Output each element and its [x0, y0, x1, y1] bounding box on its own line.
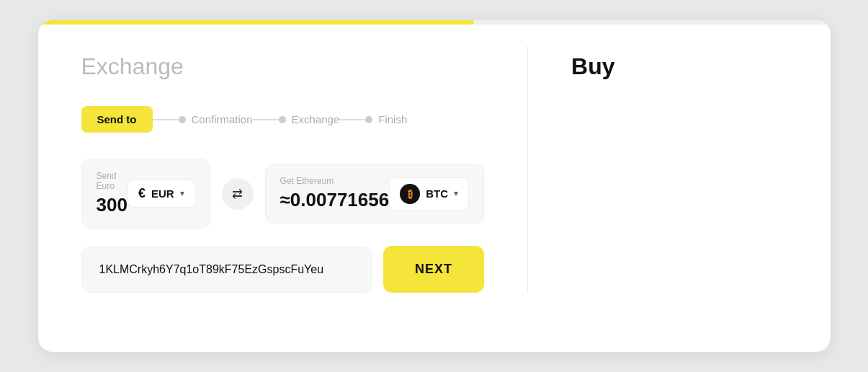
get-currency-chevron: ▾ [454, 189, 458, 198]
buy-section: Buy [528, 46, 787, 293]
buy-title: Buy [571, 53, 787, 80]
step-send-to[interactable]: Send to [81, 106, 153, 133]
exchange-section: Exchange Send to Confirmation Exchange F… [81, 46, 529, 293]
exchange-row: Send Euro 300 € EUR ▾ ⇄ Get Ethereum ≈ [81, 159, 485, 229]
get-currency-label: BTC [426, 187, 448, 200]
step-exchange: Exchange [279, 113, 340, 125]
address-row: NEXT [81, 246, 485, 293]
exchange-title: Exchange [81, 53, 485, 80]
next-button[interactable]: NEXT [383, 246, 484, 293]
step-connector-1 [153, 119, 179, 120]
step-dot-finish [365, 116, 372, 123]
send-currency-chevron: ▾ [180, 189, 184, 198]
progress-bar [38, 20, 831, 25]
get-label: Get Ethereum [280, 176, 390, 186]
step-dot-exchange [279, 116, 286, 123]
send-input-left: Send Euro 300 [97, 171, 127, 216]
btc-icon: ₿ [400, 184, 420, 204]
step-finish: Finish [365, 113, 407, 125]
get-currency-select[interactable]: ₿ BTC ▾ [389, 177, 469, 211]
card-body: Exchange Send to Confirmation Exchange F… [38, 25, 831, 322]
swap-button[interactable]: ⇄ [222, 178, 254, 210]
step-connector-3 [339, 119, 365, 120]
send-currency-select[interactable]: € EUR ▾ [127, 180, 195, 208]
send-group: Send Euro 300 € EUR ▾ [81, 159, 210, 229]
send-currency-label: EUR [151, 187, 174, 200]
step-connector-2 [253, 119, 279, 120]
step-dot-confirmation [179, 116, 186, 123]
get-value: ≈0.00771656 [280, 189, 390, 211]
send-value: 300 [97, 194, 127, 216]
get-group: Get Ethereum ≈0.00771656 ₿ BTC ▾ [265, 164, 484, 223]
stepper: Send to Confirmation Exchange Finish [81, 106, 485, 133]
main-card: Exchange Send to Confirmation Exchange F… [38, 20, 831, 352]
wallet-address-input[interactable] [81, 247, 372, 293]
progress-fill [38, 20, 474, 25]
eur-icon: € [138, 186, 146, 201]
step-confirmation: Confirmation [179, 113, 253, 125]
get-input-left: Get Ethereum ≈0.00771656 [280, 176, 390, 211]
send-label: Send Euro [97, 171, 127, 191]
